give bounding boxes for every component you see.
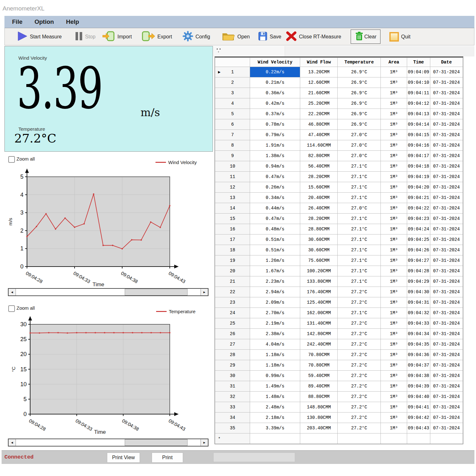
row-header[interactable]: 21 [215, 276, 250, 287]
table-cell[interactable]: 162.00CMM [300, 308, 338, 318]
table-row[interactable]: 342.18m/s130.80CMM27.2°C1M³09:04:4207-31… [215, 413, 463, 423]
menu-help[interactable]: Help [62, 17, 83, 27]
table-cell[interactable]: 1M³ [380, 245, 407, 255]
table-cell[interactable]: 09:04:25 [407, 235, 430, 245]
row-header[interactable]: 26 [215, 329, 250, 339]
table-row[interactable]: 100.94m/s56.40CMM27.1°C1M³09:04:1807-31-… [215, 161, 463, 172]
table-row[interactable]: 300.99m/s59.40CMM27.2°C1M³09:04:3807-31-… [215, 371, 463, 381]
table-cell[interactable]: 1M³ [380, 371, 407, 381]
table-cell[interactable]: 27.1°C [338, 245, 381, 255]
table-row[interactable]: 20.21m/s12.60CMM26.9°C1M³09:04:1007-31-2… [215, 77, 463, 88]
table-cell[interactable]: 0.34m/s [250, 193, 300, 203]
table-cell[interactable]: 07-31-2024 [430, 413, 463, 423]
table-cell[interactable]: 07-31-2024 [430, 193, 463, 203]
table-cell[interactable]: 242.40CMM [300, 339, 338, 350]
table-row[interactable]: 81.91m/s114.60CMM27.0°C1M³09:04:1607-31-… [215, 140, 463, 151]
quit-button[interactable]: Quit [389, 28, 410, 45]
row-header[interactable]: 24 [215, 308, 250, 318]
row-header[interactable]: 5 [215, 109, 250, 119]
column-header[interactable]: Time [407, 58, 430, 67]
table-row[interactable]: 353.39m/s203.40CMM27.2°C1M³09:04:4307-31… [215, 423, 463, 433]
table-cell[interactable]: 07-31-2024 [430, 339, 463, 350]
table-cell[interactable]: 1M³ [380, 224, 407, 235]
table-cell[interactable]: 27.1°C [338, 182, 381, 193]
table-cell[interactable]: 0.94m/s [250, 161, 300, 172]
table-cell[interactable]: 26.9°C [338, 67, 381, 77]
table-cell[interactable]: 26.9°C [338, 119, 381, 130]
table-cell[interactable]: 09:04:11 [407, 88, 430, 98]
row-header[interactable]: 10 [215, 161, 250, 172]
table-cell[interactable]: 07-31-2024 [430, 287, 463, 297]
table-cell[interactable]: 1M³ [380, 297, 407, 308]
table-cell[interactable]: 70.80CMM [300, 360, 338, 371]
table-cell[interactable]: 27.0°C [338, 140, 381, 151]
table-cell[interactable]: 1M³ [380, 151, 407, 161]
row-header[interactable]: 19 [215, 255, 250, 266]
table-cell[interactable]: 27.2°C [338, 339, 381, 350]
table-cell[interactable]: 27.1°C [338, 308, 381, 318]
table-cell[interactable]: 13.20CMM [300, 67, 338, 77]
scroll-right-button[interactable]: ► [201, 439, 208, 446]
table-cell[interactable]: 07-31-2024 [430, 172, 463, 182]
table-cell[interactable]: 27.2°C [338, 371, 381, 381]
table-cell[interactable]: 1M³ [380, 413, 407, 423]
scroll-right-button[interactable]: ► [201, 289, 208, 295]
table-row[interactable]: 201.67m/s100.20CMM27.1°C1M³09:04:2807-31… [215, 266, 463, 276]
table-cell[interactable]: 2.48m/s [250, 402, 300, 413]
table-cell[interactable]: 27.2°C [338, 413, 381, 423]
table-cell[interactable]: 27.2°C [338, 297, 381, 308]
table-cell[interactable] [338, 433, 381, 444]
table-cell[interactable]: 0.26m/s [250, 182, 300, 193]
table-cell[interactable]: 1M³ [380, 214, 407, 224]
row-header[interactable]: 9 [215, 151, 250, 161]
table-cell[interactable]: 0.37m/s [250, 109, 300, 119]
table-cell[interactable]: 3.39m/s [250, 423, 300, 433]
table-row[interactable]: 140.44m/s26.40CMM27.0°C1M³09:04:2207-31-… [215, 203, 463, 214]
table-cell[interactable]: 1.18m/s [250, 360, 300, 371]
column-header[interactable]: Wind Flow [300, 58, 338, 67]
table-cell[interactable]: 1M³ [380, 402, 407, 413]
menu-option[interactable]: Option [31, 17, 58, 27]
table-cell[interactable]: 26.9°C [338, 109, 381, 119]
table-cell[interactable]: 07-31-2024 [430, 371, 463, 381]
table-cell[interactable]: 130.80CMM [300, 413, 338, 423]
table-cell[interactable]: 131.40CMM [300, 318, 338, 329]
table-cell[interactable]: 1M³ [380, 329, 407, 339]
table-row[interactable]: 222.94m/s176.40CMM27.2°C1M³09:04:3007-31… [215, 287, 463, 297]
table-row[interactable]: 311.49m/s89.40CMM27.2°C1M³09:04:3907-31-… [215, 381, 463, 392]
table-cell[interactable]: 27.2°C [338, 329, 381, 339]
row-header[interactable]: 8 [215, 140, 250, 151]
table-cell[interactable]: 07-31-2024 [430, 392, 463, 402]
table-cell[interactable]: 27.1°C [338, 161, 381, 172]
row-header[interactable]: 28 [215, 350, 250, 360]
table-cell[interactable]: 09:04:32 [407, 308, 430, 318]
table-cell[interactable]: 07-31-2024 [430, 266, 463, 276]
panel-splitter[interactable] [213, 46, 474, 56]
table-cell[interactable]: 27.1°C [338, 224, 381, 235]
table-row[interactable]: 252.19m/s131.40CMM27.2°C1M³09:04:3307-31… [215, 318, 463, 329]
table-cell[interactable] [380, 433, 407, 444]
table-cell[interactable]: 1M³ [380, 360, 407, 371]
table-cell[interactable]: 142.80CMM [300, 329, 338, 339]
table-cell[interactable]: 27.1°C [338, 266, 381, 276]
table-cell[interactable]: 1M³ [380, 266, 407, 276]
table-cell[interactable]: 1M³ [380, 308, 407, 318]
table-row[interactable]: 50.37m/s22.20CMM26.9°C1M³09:04:1307-31-2… [215, 109, 463, 119]
clear-button[interactable]: Clear [351, 30, 380, 44]
table-row[interactable]: 60.78m/s46.80CMM26.9°C1M³09:04:1407-31-2… [215, 119, 463, 130]
table-cell[interactable]: 27.2°C [338, 287, 381, 297]
table-cell[interactable]: 176.40CMM [300, 287, 338, 297]
scroll-track[interactable] [16, 439, 201, 446]
table-cell[interactable]: 0.21m/s [250, 77, 300, 88]
table-cell[interactable]: 203.40CMM [300, 423, 338, 433]
table-row[interactable]: 291.18m/s70.80CMM27.2°C1M³09:04:3707-31-… [215, 360, 463, 371]
table-cell[interactable]: 09:04:20 [407, 182, 430, 193]
table-cell[interactable]: 09:04:41 [407, 402, 430, 413]
table-cell[interactable]: 07-31-2024 [430, 214, 463, 224]
table-cell[interactable]: 07-31-2024 [430, 98, 463, 109]
selected-cell[interactable]: 0.22m/s [250, 67, 300, 77]
row-header[interactable]: 7 [215, 130, 250, 140]
table-cell[interactable]: 09:04:29 [407, 276, 430, 287]
table-cell[interactable]: 1M³ [380, 130, 407, 140]
table-cell[interactable]: 07-31-2024 [430, 182, 463, 193]
